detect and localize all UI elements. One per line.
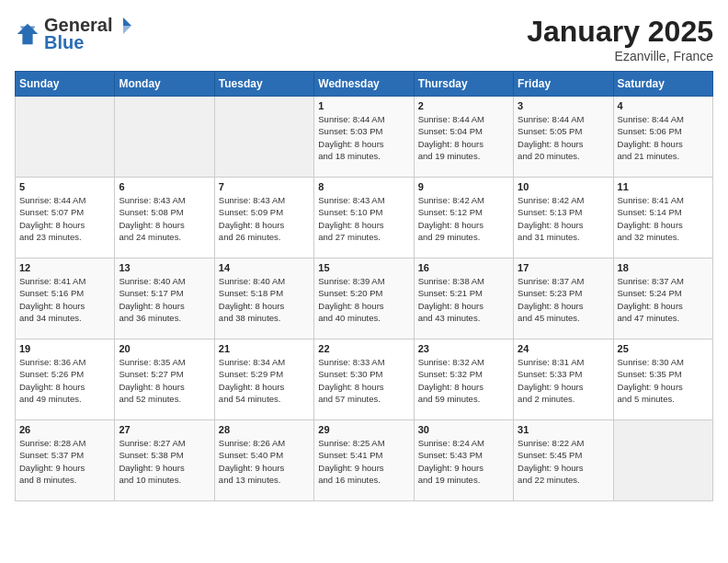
calendar-week-row: 5Sunrise: 8:44 AM Sunset: 5:07 PM Daylig… (16, 178, 713, 259)
day-number: 1 (318, 100, 409, 111)
day-number: 10 (518, 181, 609, 192)
calendar-cell: 7Sunrise: 8:43 AM Sunset: 5:09 PM Daylig… (214, 178, 313, 259)
calendar-cell: 24Sunrise: 8:31 AM Sunset: 5:33 PM Dayli… (514, 339, 613, 420)
calendar-header-monday: Monday (115, 72, 214, 97)
calendar-header-saturday: Saturday (613, 72, 712, 97)
day-number: 3 (518, 100, 609, 111)
calendar-week-row: 26Sunrise: 8:28 AM Sunset: 5:37 PM Dayli… (16, 420, 713, 501)
day-number: 4 (618, 100, 709, 111)
day-number: 19 (19, 343, 110, 354)
calendar-cell (16, 97, 115, 178)
calendar-cell: 22Sunrise: 8:33 AM Sunset: 5:30 PM Dayli… (314, 339, 414, 420)
day-number: 29 (318, 424, 409, 435)
calendar-cell: 8Sunrise: 8:43 AM Sunset: 5:10 PM Daylig… (314, 178, 414, 259)
calendar-cell: 30Sunrise: 8:24 AM Sunset: 5:43 PM Dayli… (414, 420, 513, 501)
calendar-cell: 23Sunrise: 8:32 AM Sunset: 5:32 PM Dayli… (414, 339, 513, 420)
calendar-table: SundayMondayTuesdayWednesdayThursdayFrid… (15, 71, 713, 501)
cell-info: Sunrise: 8:31 AM Sunset: 5:33 PM Dayligh… (518, 356, 609, 405)
cell-info: Sunrise: 8:44 AM Sunset: 5:05 PM Dayligh… (518, 113, 609, 162)
cell-info: Sunrise: 8:43 AM Sunset: 5:09 PM Dayligh… (219, 194, 310, 243)
calendar-cell: 16Sunrise: 8:38 AM Sunset: 5:21 PM Dayli… (414, 259, 513, 339)
day-number: 31 (518, 424, 609, 435)
calendar-cell: 17Sunrise: 8:37 AM Sunset: 5:23 PM Dayli… (514, 259, 613, 339)
cell-info: Sunrise: 8:28 AM Sunset: 5:37 PM Dayligh… (19, 437, 110, 486)
day-number: 25 (618, 343, 709, 354)
cell-info: Sunrise: 8:35 AM Sunset: 5:27 PM Dayligh… (119, 356, 210, 405)
cell-info: Sunrise: 8:33 AM Sunset: 5:30 PM Dayligh… (318, 356, 409, 405)
cell-info: Sunrise: 8:22 AM Sunset: 5:45 PM Dayligh… (518, 437, 609, 486)
calendar-cell: 15Sunrise: 8:39 AM Sunset: 5:20 PM Dayli… (314, 259, 414, 339)
calendar-cell: 3Sunrise: 8:44 AM Sunset: 5:05 PM Daylig… (514, 97, 613, 178)
calendar-cell: 4Sunrise: 8:44 AM Sunset: 5:06 PM Daylig… (613, 97, 712, 178)
day-number: 6 (119, 181, 210, 192)
day-number: 16 (418, 262, 509, 273)
day-number: 9 (418, 181, 509, 192)
calendar-cell: 27Sunrise: 8:27 AM Sunset: 5:38 PM Dayli… (115, 420, 214, 501)
cell-info: Sunrise: 8:27 AM Sunset: 5:38 PM Dayligh… (119, 437, 210, 486)
cell-info: Sunrise: 8:44 AM Sunset: 5:03 PM Dayligh… (318, 113, 409, 162)
header: General Blue January 2025 Ezanville, Fra… (15, 15, 713, 63)
calendar-cell: 28Sunrise: 8:26 AM Sunset: 5:40 PM Dayli… (214, 420, 313, 501)
calendar-cell: 2Sunrise: 8:44 AM Sunset: 5:04 PM Daylig… (414, 97, 513, 178)
cell-info: Sunrise: 8:44 AM Sunset: 5:04 PM Dayligh… (418, 113, 509, 162)
day-number: 18 (618, 262, 709, 273)
logo-icon (15, 21, 40, 47)
cell-info: Sunrise: 8:32 AM Sunset: 5:32 PM Dayligh… (418, 356, 509, 405)
calendar-cell: 1Sunrise: 8:44 AM Sunset: 5:03 PM Daylig… (314, 97, 414, 178)
calendar-header-tuesday: Tuesday (214, 72, 313, 97)
logo-text: General Blue (44, 15, 134, 53)
calendar-week-row: 19Sunrise: 8:36 AM Sunset: 5:26 PM Dayli… (16, 339, 713, 420)
cell-info: Sunrise: 8:40 AM Sunset: 5:18 PM Dayligh… (219, 275, 310, 324)
day-number: 24 (518, 343, 609, 354)
cell-info: Sunrise: 8:38 AM Sunset: 5:21 PM Dayligh… (418, 275, 509, 324)
calendar-cell: 10Sunrise: 8:42 AM Sunset: 5:13 PM Dayli… (514, 178, 613, 259)
cell-info: Sunrise: 8:24 AM Sunset: 5:43 PM Dayligh… (418, 437, 509, 486)
calendar-cell: 19Sunrise: 8:36 AM Sunset: 5:26 PM Dayli… (16, 339, 115, 420)
calendar-week-row: 12Sunrise: 8:41 AM Sunset: 5:16 PM Dayli… (16, 259, 713, 339)
cell-info: Sunrise: 8:39 AM Sunset: 5:20 PM Dayligh… (318, 275, 409, 324)
calendar-cell: 13Sunrise: 8:40 AM Sunset: 5:17 PM Dayli… (115, 259, 214, 339)
calendar-week-row: 1Sunrise: 8:44 AM Sunset: 5:03 PM Daylig… (16, 97, 713, 178)
calendar-cell (214, 97, 313, 178)
day-number: 12 (19, 262, 110, 273)
logo: General Blue (15, 15, 134, 53)
cell-info: Sunrise: 8:37 AM Sunset: 5:24 PM Dayligh… (618, 275, 709, 324)
page-title: January 2025 (527, 15, 713, 49)
calendar-cell: 25Sunrise: 8:30 AM Sunset: 5:35 PM Dayli… (613, 339, 712, 420)
day-number: 26 (19, 424, 110, 435)
cell-info: Sunrise: 8:44 AM Sunset: 5:06 PM Dayligh… (618, 113, 709, 162)
calendar-cell: 31Sunrise: 8:22 AM Sunset: 5:45 PM Dayli… (514, 420, 613, 501)
day-number: 11 (618, 181, 709, 192)
day-number: 17 (518, 262, 609, 273)
cell-info: Sunrise: 8:40 AM Sunset: 5:17 PM Dayligh… (119, 275, 210, 324)
logo-flag-icon (113, 16, 133, 36)
day-number: 21 (219, 343, 310, 354)
calendar-cell: 20Sunrise: 8:35 AM Sunset: 5:27 PM Dayli… (115, 339, 214, 420)
cell-info: Sunrise: 8:34 AM Sunset: 5:29 PM Dayligh… (219, 356, 310, 405)
day-number: 23 (418, 343, 509, 354)
calendar-header-row: SundayMondayTuesdayWednesdayThursdayFrid… (16, 72, 713, 97)
cell-info: Sunrise: 8:37 AM Sunset: 5:23 PM Dayligh… (518, 275, 609, 324)
calendar-header-wednesday: Wednesday (314, 72, 414, 97)
cell-info: Sunrise: 8:42 AM Sunset: 5:13 PM Dayligh… (518, 194, 609, 243)
calendar-cell: 5Sunrise: 8:44 AM Sunset: 5:07 PM Daylig… (16, 178, 115, 259)
day-number: 27 (119, 424, 210, 435)
calendar-cell (115, 97, 214, 178)
cell-info: Sunrise: 8:42 AM Sunset: 5:12 PM Dayligh… (418, 194, 509, 243)
calendar-cell: 12Sunrise: 8:41 AM Sunset: 5:16 PM Dayli… (16, 259, 115, 339)
day-number: 5 (19, 181, 110, 192)
day-number: 20 (119, 343, 210, 354)
day-number: 14 (219, 262, 310, 273)
cell-info: Sunrise: 8:26 AM Sunset: 5:40 PM Dayligh… (219, 437, 310, 486)
calendar-cell: 11Sunrise: 8:41 AM Sunset: 5:14 PM Dayli… (613, 178, 712, 259)
cell-info: Sunrise: 8:43 AM Sunset: 5:10 PM Dayligh… (318, 194, 409, 243)
calendar-cell: 6Sunrise: 8:43 AM Sunset: 5:08 PM Daylig… (115, 178, 214, 259)
calendar-header-thursday: Thursday (414, 72, 513, 97)
day-number: 13 (119, 262, 210, 273)
day-number: 22 (318, 343, 409, 354)
cell-info: Sunrise: 8:43 AM Sunset: 5:08 PM Dayligh… (119, 194, 210, 243)
calendar-cell (613, 420, 712, 501)
day-number: 2 (418, 100, 509, 111)
calendar-cell: 18Sunrise: 8:37 AM Sunset: 5:24 PM Dayli… (613, 259, 712, 339)
calendar-header-sunday: Sunday (16, 72, 115, 97)
